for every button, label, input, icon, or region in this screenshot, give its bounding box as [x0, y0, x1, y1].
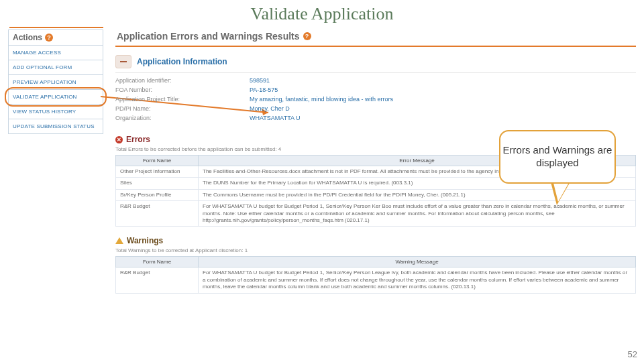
info-label: Application Project Title: [115, 96, 250, 103]
actions-header-label: Actions [13, 33, 42, 42]
errors-heading-text: Errors [126, 135, 150, 144]
info-label: PD/PI Name: [115, 105, 250, 112]
sidebar-item-manage-access[interactable]: MANAGE ACCESS [9, 45, 103, 60]
help-icon[interactable]: ? [303, 32, 311, 40]
warnings-col-form: Form Name [116, 257, 199, 267]
info-row: Application Identifier: 598591 [115, 76, 636, 85]
warnings-col-message: Warning Message [199, 257, 636, 267]
accent-bar [9, 27, 103, 28]
collapse-icon[interactable] [115, 55, 131, 68]
info-row: FOA Number: PA-18-575 [115, 85, 636, 95]
section-application-information: Application Information [115, 51, 636, 73]
panel-title-text: Application Errors and Warnings Results [117, 31, 300, 42]
info-label: FOA Number: [115, 86, 250, 93]
info-value: PA-18-575 [250, 86, 278, 93]
slide-title: Validate Application [0, 4, 644, 27]
info-row: Application Project Title: My amazing, f… [115, 95, 636, 104]
cell-msg: For WHATSAMATTA U budget for Budget Peri… [199, 267, 636, 293]
cell-form: Sites [116, 178, 199, 189]
panel-title: Application Errors and Warnings Results … [115, 29, 636, 47]
cell-form: Sr/Key Person Profile [116, 189, 199, 200]
warnings-count-note: Total Warnings to be corrected at Applic… [115, 247, 636, 253]
warnings-heading-text: Warnings [127, 236, 163, 245]
actions-header: Actions ? [9, 30, 103, 45]
error-icon: ✕ [115, 136, 123, 143]
cell-form: R&R Budget [116, 201, 199, 227]
info-label: Organization: [115, 115, 250, 121]
cell-form: Other Project Information [116, 166, 199, 178]
info-row: Organization: WHATSAMATTA U [115, 113, 636, 123]
info-value: 598591 [250, 77, 270, 84]
sidebar-item-add-optional-form[interactable]: ADD OPTIONAL FORM [9, 60, 103, 74]
section-title: Application Information [137, 57, 227, 66]
warning-icon [115, 237, 123, 244]
help-icon[interactable]: ? [45, 34, 53, 42]
sidebar-item-label: VALIDATE APPLICATION [13, 94, 77, 100]
warnings-table: Form Name Warning Message R&R Budget For… [115, 256, 636, 293]
content-area: Actions ? MANAGE ACCESS ADD OPTIONAL FOR… [8, 29, 636, 357]
sidebar-item-validate-application[interactable]: VALIDATE APPLICATION [9, 89, 103, 104]
warnings-heading: Warnings [115, 236, 636, 245]
info-value: My amazing, fantastic, mind blowing idea… [250, 96, 393, 103]
callout-text: Errors and Warnings are displayed [500, 144, 614, 170]
info-value: WHATSAMATTA U [250, 115, 301, 121]
actions-sidebar: Actions ? MANAGE ACCESS ADD OPTIONAL FOR… [8, 29, 103, 134]
info-row: PD/PI Name: Money, Cher D [115, 104, 636, 113]
cell-form: R&R Budget [116, 267, 199, 293]
sidebar-item-update-submission-status[interactable]: UPDATE SUBMISSION STATUS [9, 119, 103, 133]
table-row: R&R Budget For WHATSAMATTA U budget for … [116, 267, 636, 293]
info-label: Application Identifier: [115, 77, 250, 84]
sidebar-item-view-status-history[interactable]: VIEW STATUS HISTORY [9, 104, 103, 119]
info-value: Money, Cher D [250, 105, 290, 112]
callout-bubble: Errors and Warnings are displayed [499, 130, 616, 184]
errors-col-form: Form Name [116, 156, 199, 166]
page-number: 52 [628, 349, 637, 359]
sidebar-item-preview-application[interactable]: PREVIEW APPLICATION [9, 74, 103, 89]
